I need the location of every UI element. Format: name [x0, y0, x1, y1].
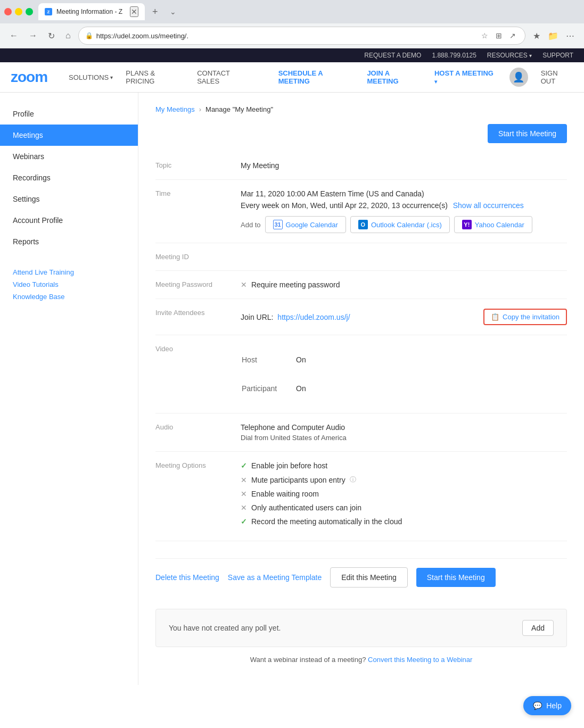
bottom-actions: Delete this Meeting Save as a Meeting Te… — [155, 558, 567, 596]
breadcrumb-current: Manage "My Meeting" — [205, 105, 273, 113]
new-tab-button[interactable]: + — [148, 4, 162, 20]
table-row-video: Video Host On Participant On — [155, 335, 567, 413]
reading-view-button[interactable]: ⊞ — [493, 30, 505, 42]
time-label: Time — [155, 180, 241, 243]
favorites-button[interactable]: ★ — [530, 29, 544, 43]
google-calendar-button[interactable]: 31 Google Calendar — [265, 216, 346, 233]
close-window-button[interactable] — [4, 8, 12, 15]
collections-button[interactable]: 📁 — [545, 29, 562, 43]
time-value: Mar 11, 2020 10:00 AM Eastern Time (US a… — [241, 180, 567, 243]
table-row-audio: Audio Telephone and Computer Audio Dial … — [155, 413, 567, 452]
home-button[interactable]: ⌂ — [62, 29, 74, 43]
sidebar-item-recordings[interactable]: Recordings — [0, 167, 138, 188]
info-icon[interactable]: ⓘ — [350, 475, 356, 484]
edit-meeting-button[interactable]: Edit this Meeting — [330, 567, 408, 588]
sidebar-item-account-profile[interactable]: Account Profile — [0, 210, 138, 231]
copy-invitation-button[interactable]: 📋 Copy the invitation — [483, 309, 567, 325]
sidebar-links: Attend Live Training Video Tutorials Kno… — [0, 268, 138, 301]
minimize-window-button[interactable] — [15, 8, 22, 15]
title-bar: Z Meeting Information - Z ✕ + ⌄ — [0, 0, 584, 23]
share-button[interactable]: ↗ — [507, 30, 519, 42]
table-row-meeting-id: Meeting ID — [155, 243, 567, 271]
footer-text: Want a webinar instead of a meeting? — [250, 656, 366, 664]
occurrences-link[interactable]: occurrences — [483, 201, 524, 210]
table-row-time: Time Mar 11, 2020 10:00 AM Eastern Time … — [155, 180, 567, 243]
time-text: Mar 11, 2020 10:00 AM Eastern Time (US a… — [241, 189, 567, 198]
table-row-password: Meeting Password ✕ Require meeting passw… — [155, 271, 567, 299]
join-url-link[interactable]: https://udel.zoom.us/j/ — [277, 313, 350, 321]
table-row: Host On — [242, 346, 566, 374]
invite-value: Join URL: https://udel.zoom.us/j/ 📋 Copy… — [241, 299, 567, 335]
refresh-button[interactable]: ↻ — [45, 29, 58, 43]
tab-close-button[interactable]: ✕ — [130, 6, 138, 17]
table-row-options: Meeting Options ✓ Enable join before hos… — [155, 452, 567, 541]
sign-out-link[interactable]: SIGN OUT — [541, 69, 573, 85]
forward-button[interactable]: → — [26, 29, 40, 43]
meeting-id-value — [241, 243, 567, 271]
breadcrumb-separator: › — [199, 105, 201, 113]
browser-chrome: Z Meeting Information - Z ✕ + ⌄ ← → ↻ ⌂ … — [0, 0, 584, 48]
tab-menu-button[interactable]: ⌄ — [166, 5, 180, 18]
top-nav-upper: REQUEST A DEMO 1.888.799.0125 RESOURCES … — [0, 48, 584, 62]
resources-link[interactable]: RESOURCES ▾ — [487, 52, 532, 59]
sidebar-item-reports[interactable]: Reports — [0, 231, 138, 252]
video-label: Video — [155, 335, 241, 413]
x-icon: ✕ — [241, 490, 247, 498]
yahoo-calendar-icon: Y! — [462, 220, 472, 229]
sidebar-link-video-tutorials[interactable]: Video Tutorials — [13, 280, 125, 288]
calendar-buttons: Add to 31 Google Calendar O Outlook Cale… — [241, 216, 567, 233]
url-text: https://udel.zoom.us/meeting/. — [96, 32, 475, 40]
maximize-window-button[interactable] — [26, 8, 33, 15]
meeting-info-table: Topic My Meeting Time Mar 11, 2020 10:00… — [155, 152, 567, 541]
support-link[interactable]: SUPPORT — [542, 52, 573, 59]
favicon: Z — [45, 8, 52, 15]
show-all-link[interactable]: Show all — [453, 201, 481, 210]
join-meeting-link[interactable]: JOIN A MEETING — [367, 69, 422, 85]
invite-label: Invite Attendees — [155, 299, 241, 335]
browser-tab[interactable]: Z Meeting Information - Z ✕ — [38, 3, 145, 20]
request-demo-link[interactable]: REQUEST A DEMO — [364, 52, 421, 59]
start-meeting-button-top[interactable]: Start this Meeting — [488, 124, 567, 143]
contact-sales-nav-link[interactable]: CONTACT SALES — [197, 69, 252, 85]
option-waiting-room: ✕ Enable waiting room — [241, 490, 567, 498]
participant-video-label: Participant — [242, 375, 295, 402]
poll-add-button[interactable]: Add — [522, 620, 554, 636]
save-template-button[interactable]: Save as a Meeting Template — [228, 568, 322, 587]
main-layout: Profile Meetings Webinars Recordings Set… — [0, 93, 584, 685]
address-bar[interactable]: 🔒 https://udel.zoom.us/meeting/. ☆ ⊞ ↗ — [78, 27, 525, 45]
sidebar-link-live-training[interactable]: Attend Live Training — [13, 268, 125, 276]
solutions-nav-link[interactable]: SOLUTIONS ▾ — [69, 73, 113, 81]
sidebar-item-profile[interactable]: Profile — [0, 103, 138, 125]
video-table: Host On Participant On — [241, 345, 567, 403]
poll-text: You have not created any poll yet. — [169, 624, 281, 632]
x-icon: ✕ — [241, 476, 247, 484]
webinar-footer: Want a webinar instead of a meeting? Con… — [155, 647, 567, 672]
sidebar-link-knowledge-base[interactable]: Knowledge Base — [13, 293, 125, 301]
sidebar-item-webinars[interactable]: Webinars — [0, 146, 138, 167]
phone-link[interactable]: 1.888.799.0125 — [432, 52, 476, 59]
start-meeting-button-bottom[interactable]: Start this Meeting — [416, 568, 496, 587]
content-header: Start this Meeting — [155, 124, 567, 143]
check-icon: ✓ — [241, 461, 247, 470]
user-avatar[interactable]: 👤 — [509, 68, 528, 87]
delete-meeting-button[interactable]: Delete this Meeting — [155, 568, 219, 587]
host-meeting-link[interactable]: HOST A MEETING ▾ — [434, 69, 497, 85]
option-record-automatically: ✓ Record the meeting automatically in th… — [241, 517, 567, 526]
sidebar-item-meetings[interactable]: Meetings — [0, 125, 138, 146]
zoom-logo[interactable]: zoom — [11, 69, 47, 86]
more-button[interactable]: ⋯ — [563, 29, 578, 43]
bookmark-button[interactable]: ☆ — [479, 30, 491, 42]
outlook-calendar-button[interactable]: O Outlook Calendar (.ics) — [350, 216, 450, 233]
convert-webinar-link[interactable]: Convert this Meeting to a Webinar — [368, 656, 472, 664]
schedule-meeting-link[interactable]: SCHEDULE A MEETING — [278, 69, 355, 85]
sidebar-item-settings[interactable]: Settings — [0, 188, 138, 210]
breadcrumb: My Meetings › Manage "My Meeting" — [155, 105, 567, 113]
topic-label: Topic — [155, 152, 241, 180]
plans-nav-link[interactable]: PLANS & PRICING — [126, 69, 184, 85]
option-join-before-host: ✓ Enable join before host — [241, 461, 567, 470]
yahoo-calendar-button[interactable]: Y! Yahoo Calendar — [454, 216, 532, 233]
main-content: My Meetings › Manage "My Meeting" Start … — [138, 93, 584, 685]
back-button[interactable]: ← — [6, 29, 21, 43]
dial-from-text: Dial from United States of America — [241, 434, 567, 442]
breadcrumb-parent-link[interactable]: My Meetings — [155, 105, 195, 113]
